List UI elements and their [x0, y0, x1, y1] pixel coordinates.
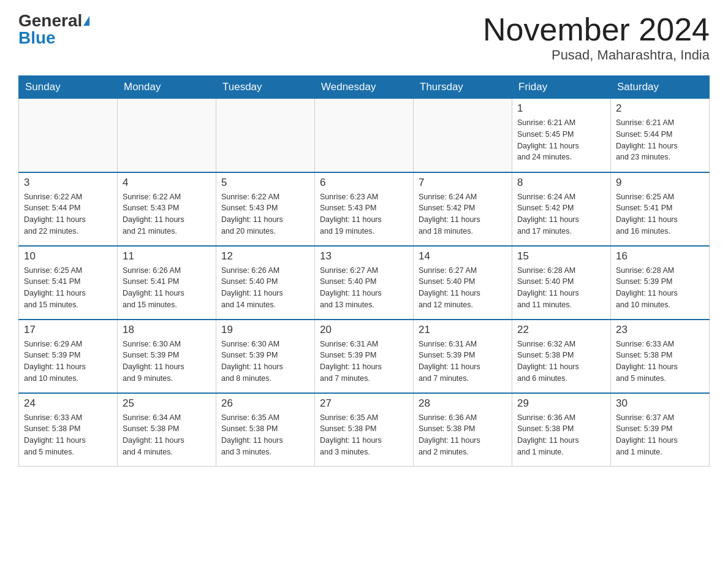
logo-triangle-icon — [83, 16, 89, 26]
day-number: 4 — [123, 177, 211, 189]
day-info: Sunrise: 6:35 AMSunset: 5:38 PMDaylight:… — [221, 412, 309, 458]
day-info: Sunrise: 6:31 AMSunset: 5:39 PMDaylight:… — [419, 339, 507, 385]
day-of-week-header: Friday — [512, 76, 611, 99]
day-number: 6 — [320, 177, 408, 189]
calendar-day-cell: 6Sunrise: 6:23 AMSunset: 5:43 PMDaylight… — [315, 172, 414, 246]
calendar-day-cell: 27Sunrise: 6:35 AMSunset: 5:38 PMDayligh… — [315, 393, 414, 467]
day-number: 27 — [320, 397, 408, 410]
day-info: Sunrise: 6:30 AMSunset: 5:39 PMDaylight:… — [221, 339, 309, 385]
day-number: 24 — [24, 397, 112, 410]
calendar-day-cell: 11Sunrise: 6:26 AMSunset: 5:41 PMDayligh… — [118, 246, 216, 320]
calendar-week-row: 1Sunrise: 6:21 AMSunset: 5:45 PMDaylight… — [19, 99, 710, 172]
day-info: Sunrise: 6:27 AMSunset: 5:40 PMDaylight:… — [419, 265, 507, 311]
day-info: Sunrise: 6:21 AMSunset: 5:44 PMDaylight:… — [616, 117, 704, 163]
day-info: Sunrise: 6:24 AMSunset: 5:42 PMDaylight:… — [517, 191, 605, 237]
calendar-day-cell: 22Sunrise: 6:32 AMSunset: 5:38 PMDayligh… — [512, 320, 611, 393]
day-info: Sunrise: 6:22 AMSunset: 5:44 PMDaylight:… — [24, 191, 112, 237]
calendar-day-cell: 9Sunrise: 6:25 AMSunset: 5:41 PMDaylight… — [611, 172, 710, 246]
day-info: Sunrise: 6:34 AMSunset: 5:38 PMDaylight:… — [123, 412, 211, 458]
logo: General Blue — [18, 12, 89, 47]
day-of-week-header: Thursday — [414, 76, 512, 99]
calendar-day-cell: 29Sunrise: 6:36 AMSunset: 5:38 PMDayligh… — [512, 393, 611, 467]
day-number: 21 — [419, 324, 507, 336]
day-info: Sunrise: 6:27 AMSunset: 5:40 PMDaylight:… — [320, 265, 408, 311]
calendar-day-cell: 20Sunrise: 6:31 AMSunset: 5:39 PMDayligh… — [315, 320, 414, 393]
calendar-week-row: 3Sunrise: 6:22 AMSunset: 5:44 PMDaylight… — [19, 172, 710, 246]
calendar-day-cell: 24Sunrise: 6:33 AMSunset: 5:38 PMDayligh… — [19, 393, 118, 467]
location: Pusad, Maharashtra, India — [483, 47, 710, 63]
day-info: Sunrise: 6:36 AMSunset: 5:38 PMDaylight:… — [419, 412, 507, 458]
calendar-day-cell: 8Sunrise: 6:24 AMSunset: 5:42 PMDaylight… — [512, 172, 611, 246]
day-info: Sunrise: 6:30 AMSunset: 5:39 PMDaylight:… — [123, 339, 211, 385]
day-number: 2 — [616, 102, 704, 115]
day-number: 29 — [517, 397, 605, 410]
calendar-day-cell: 2Sunrise: 6:21 AMSunset: 5:44 PMDaylight… — [611, 99, 710, 172]
calendar-day-cell — [118, 99, 216, 172]
day-of-week-header: Saturday — [611, 76, 710, 99]
day-info: Sunrise: 6:28 AMSunset: 5:39 PMDaylight:… — [616, 265, 704, 311]
calendar-day-cell: 30Sunrise: 6:37 AMSunset: 5:39 PMDayligh… — [611, 393, 710, 467]
calendar-day-cell: 15Sunrise: 6:28 AMSunset: 5:40 PMDayligh… — [512, 246, 611, 320]
day-number: 26 — [221, 397, 309, 410]
calendar-day-cell: 12Sunrise: 6:26 AMSunset: 5:40 PMDayligh… — [216, 246, 315, 320]
day-number: 16 — [616, 250, 704, 262]
logo-general-text: General — [18, 12, 82, 29]
day-number: 13 — [320, 250, 408, 262]
day-info: Sunrise: 6:22 AMSunset: 5:43 PMDaylight:… — [221, 191, 309, 237]
day-number: 17 — [24, 324, 112, 336]
day-of-week-header: Wednesday — [315, 76, 414, 99]
calendar-day-cell — [315, 99, 414, 172]
day-number: 23 — [616, 324, 704, 336]
month-title: November 2024 — [483, 12, 710, 47]
calendar-day-cell: 28Sunrise: 6:36 AMSunset: 5:38 PMDayligh… — [414, 393, 512, 467]
calendar-week-row: 24Sunrise: 6:33 AMSunset: 5:38 PMDayligh… — [19, 393, 710, 467]
day-of-week-header: Monday — [118, 76, 216, 99]
day-info: Sunrise: 6:23 AMSunset: 5:43 PMDaylight:… — [320, 191, 408, 237]
day-number: 30 — [616, 397, 704, 410]
day-info: Sunrise: 6:26 AMSunset: 5:41 PMDaylight:… — [123, 265, 211, 311]
day-of-week-header: Sunday — [19, 76, 118, 99]
calendar-day-cell: 5Sunrise: 6:22 AMSunset: 5:43 PMDaylight… — [216, 172, 315, 246]
calendar-day-cell: 23Sunrise: 6:33 AMSunset: 5:38 PMDayligh… — [611, 320, 710, 393]
day-number: 1 — [517, 102, 605, 115]
calendar-day-cell: 25Sunrise: 6:34 AMSunset: 5:38 PMDayligh… — [118, 393, 216, 467]
day-number: 7 — [419, 177, 507, 189]
page-header: General Blue November 2024 Pusad, Mahara… — [18, 12, 710, 63]
day-number: 20 — [320, 324, 408, 336]
calendar-day-cell: 14Sunrise: 6:27 AMSunset: 5:40 PMDayligh… — [414, 246, 512, 320]
calendar-day-cell: 17Sunrise: 6:29 AMSunset: 5:39 PMDayligh… — [19, 320, 118, 393]
calendar-day-cell: 16Sunrise: 6:28 AMSunset: 5:39 PMDayligh… — [611, 246, 710, 320]
day-info: Sunrise: 6:37 AMSunset: 5:39 PMDaylight:… — [616, 412, 704, 458]
calendar-day-cell: 4Sunrise: 6:22 AMSunset: 5:43 PMDaylight… — [118, 172, 216, 246]
day-number: 25 — [123, 397, 211, 410]
day-number: 8 — [517, 177, 605, 189]
day-info: Sunrise: 6:25 AMSunset: 5:41 PMDaylight:… — [24, 265, 112, 311]
day-number: 28 — [419, 397, 507, 410]
day-info: Sunrise: 6:26 AMSunset: 5:40 PMDaylight:… — [221, 265, 309, 311]
day-number: 11 — [123, 250, 211, 262]
calendar-day-cell: 3Sunrise: 6:22 AMSunset: 5:44 PMDaylight… — [19, 172, 118, 246]
day-info: Sunrise: 6:28 AMSunset: 5:40 PMDaylight:… — [517, 265, 605, 311]
calendar-day-cell: 13Sunrise: 6:27 AMSunset: 5:40 PMDayligh… — [315, 246, 414, 320]
day-of-week-header: Tuesday — [216, 76, 315, 99]
title-area: November 2024 Pusad, Maharashtra, India — [483, 12, 710, 63]
calendar-table: SundayMondayTuesdayWednesdayThursdayFrid… — [18, 75, 710, 467]
day-info: Sunrise: 6:36 AMSunset: 5:38 PMDaylight:… — [517, 412, 605, 458]
day-info: Sunrise: 6:33 AMSunset: 5:38 PMDaylight:… — [616, 339, 704, 385]
day-number: 15 — [517, 250, 605, 262]
calendar-day-cell — [216, 99, 315, 172]
day-number: 5 — [221, 177, 309, 189]
day-number: 22 — [517, 324, 605, 336]
day-number: 12 — [221, 250, 309, 262]
day-info: Sunrise: 6:21 AMSunset: 5:45 PMDaylight:… — [517, 117, 605, 163]
day-info: Sunrise: 6:33 AMSunset: 5:38 PMDaylight:… — [24, 412, 112, 458]
day-number: 19 — [221, 324, 309, 336]
calendar-week-row: 17Sunrise: 6:29 AMSunset: 5:39 PMDayligh… — [19, 320, 710, 393]
calendar-day-cell: 7Sunrise: 6:24 AMSunset: 5:42 PMDaylight… — [414, 172, 512, 246]
day-info: Sunrise: 6:29 AMSunset: 5:39 PMDaylight:… — [24, 339, 112, 385]
calendar-week-row: 10Sunrise: 6:25 AMSunset: 5:41 PMDayligh… — [19, 246, 710, 320]
day-number: 9 — [616, 177, 704, 189]
day-info: Sunrise: 6:22 AMSunset: 5:43 PMDaylight:… — [123, 191, 211, 237]
day-number: 18 — [123, 324, 211, 336]
calendar-day-cell — [414, 99, 512, 172]
